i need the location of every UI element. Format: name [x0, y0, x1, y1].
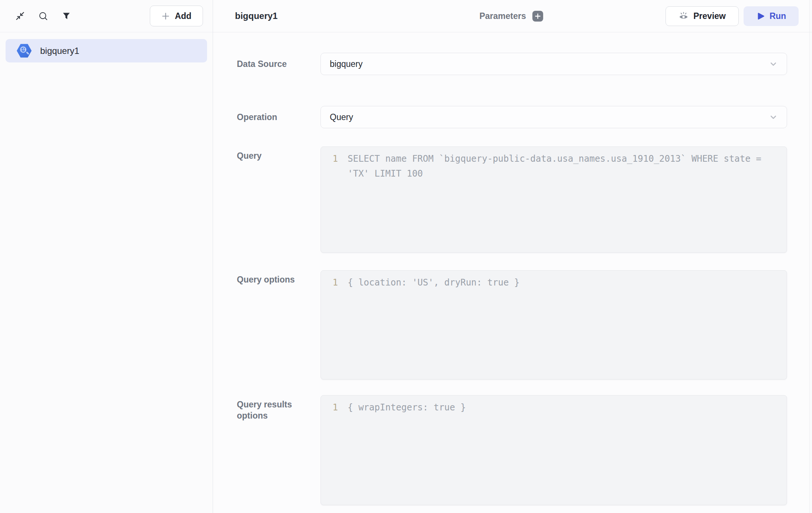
line-number: 1 — [321, 400, 338, 415]
parameters-label: Parameters — [479, 11, 526, 21]
bigquery-hexagon-magnifier-icon — [17, 43, 32, 58]
query-code-editor[interactable]: 1 SELECT name FROM `bigquery-public-data… — [320, 146, 787, 253]
line-number: 1 — [321, 275, 338, 290]
data-source-value: bigquery — [330, 59, 362, 69]
preview-button-label: Preview — [693, 11, 726, 21]
query-results-options-row: Query results options 1 { wrapIntegers: … — [237, 395, 787, 505]
query-results-options-label: Query results options — [237, 395, 320, 505]
chevron-down-icon — [768, 59, 779, 69]
add-query-button[interactable]: Add — [150, 6, 203, 26]
data-source-row: Data Source bigquery — [237, 53, 787, 75]
query-list: bigquery1 — [0, 32, 213, 69]
query-item-label: bigquery1 — [40, 46, 79, 56]
query-options-editor[interactable]: 1 { location: 'US', dryRun: true } — [320, 270, 787, 380]
filter-icon[interactable] — [60, 10, 72, 22]
query-config-form: Data Source bigquery Operation Query — [213, 32, 812, 505]
search-icon[interactable] — [37, 10, 49, 22]
operation-value: Query — [330, 112, 353, 122]
parameters-group: Parameters — [479, 0, 543, 32]
query-sidebar: Add bigquery1 — [0, 0, 213, 513]
query-editor-header: bigquery1 Parameters Preview — [213, 0, 812, 32]
run-button-label: Run — [770, 11, 786, 21]
add-parameter-button[interactable] — [532, 11, 543, 22]
scroll-gutter — [809, 0, 812, 513]
sidebar-item-bigquery1[interactable]: bigquery1 — [6, 39, 207, 62]
data-source-select[interactable]: bigquery — [320, 53, 787, 75]
query-results-options-placeholder: { wrapIntegers: true } — [348, 400, 778, 415]
plus-icon — [535, 13, 541, 19]
add-button-label: Add — [175, 11, 191, 21]
collapse-panel-icon[interactable] — [14, 10, 26, 22]
chevron-down-icon — [768, 112, 779, 122]
plus-icon — [161, 12, 170, 20]
data-source-label: Data Source — [237, 58, 320, 70]
line-number: 1 — [321, 151, 338, 166]
query-row: Query 1 SELECT name FROM `bigquery-publi… — [237, 146, 787, 253]
query-options-placeholder: { location: 'US', dryRun: true } — [348, 275, 778, 290]
play-icon — [756, 12, 765, 20]
preview-button[interactable]: Preview — [666, 6, 739, 26]
run-button[interactable]: Run — [744, 6, 799, 26]
eye-preview-icon — [679, 11, 689, 21]
header-actions: Preview Run — [666, 6, 799, 26]
sidebar-toolbar: Add — [0, 0, 213, 32]
query-label: Query — [237, 146, 320, 253]
page-title: bigquery1 — [235, 11, 278, 21]
operation-row: Operation Query — [237, 106, 787, 128]
query-results-options-editor[interactable]: 1 { wrapIntegers: true } — [320, 395, 787, 505]
query-options-row: Query options 1 { location: 'US', dryRun… — [237, 270, 787, 380]
query-options-label: Query options — [237, 270, 320, 380]
query-placeholder: SELECT name FROM `bigquery-public-data.u… — [348, 151, 778, 181]
operation-select[interactable]: Query — [320, 106, 787, 128]
query-editor-panel: bigquery1 Parameters Preview — [213, 0, 812, 513]
operation-label: Operation — [237, 112, 320, 123]
